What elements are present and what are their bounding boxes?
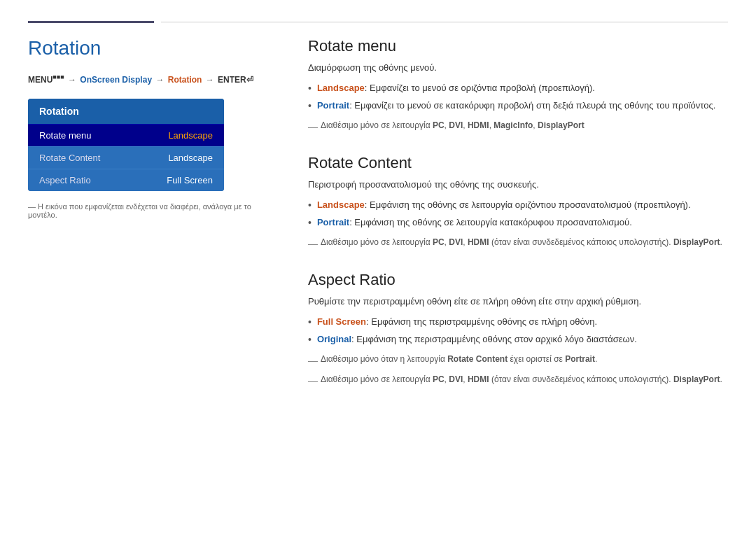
kw-dvi: DVI: [449, 237, 463, 247]
bullet-list-aspect-ratio: • Full Screen: Εμφάνιση της περιστραμμέν…: [308, 315, 728, 347]
section-desc-aspect-ratio: Ρυθμίστε την περιστραμμένη οθόνη είτε σε…: [308, 295, 728, 309]
bullet-text: Portrait: Εμφάνιση της οθόνης σε λειτουρ…: [317, 216, 632, 230]
kw-hdmi: HDMI: [468, 374, 489, 384]
kw-portrait: Portrait: [565, 354, 595, 364]
bullet-text: Original: Εμφάνιση της περιστραμμένης οθ…: [317, 332, 637, 346]
top-border-accent: [28, 21, 154, 23]
bullet-dot: •: [308, 99, 312, 113]
menu-label: MENU■■■: [28, 75, 64, 85]
note-content: Διαθέσιμο μόνο όταν η λειτουργία Rotate …: [321, 353, 597, 366]
page-content: Rotation MENU■■■ → OnScreen Display → Ro…: [0, 23, 756, 436]
kw-magicinfo: MagicInfo: [493, 120, 533, 130]
menu-row-value: Full Screen: [167, 175, 213, 185]
keyword-portrait: Portrait: [317, 217, 349, 227]
top-border: [28, 0, 728, 23]
kw-hdmi: HDMI: [468, 120, 489, 130]
kw-rotate-content: Rotate Content: [447, 354, 507, 364]
section-title-rotate-content: Rotate Content: [308, 154, 728, 172]
breadcrumb-enter: ENTER⏎: [218, 75, 253, 85]
section-rotate-content: Rotate Content Περιστροφή προσανατολισμο…: [308, 154, 728, 251]
note-line-aspect-2: ― Διαθέσιμο μόνο σε λειτουργία PC, DVI, …: [308, 373, 728, 388]
note-content: Διαθέσιμο μόνο σε λειτουργία PC, DVI, HD…: [321, 119, 584, 132]
note-line-rotate-content: ― Διαθέσιμο μόνο σε λειτουργία PC, DVI, …: [308, 236, 728, 251]
bullet-list-rotate-content: • Landscape: Εμφάνιση της οθόνης σε λειτ…: [308, 198, 728, 230]
note-line-rotate-menu: ― Διαθέσιμο μόνο σε λειτουργία PC, DVI, …: [308, 119, 728, 134]
kw-pc: PC: [433, 237, 444, 247]
left-note: ― Η εικόνα που εμφανίζεται ενδέχεται να …: [28, 202, 280, 219]
kw-displayport: DisplayPort: [538, 120, 584, 130]
menu-box-title: Rotation: [28, 99, 224, 124]
bullet-dot: •: [308, 81, 312, 96]
bullet-text: Full Screen: Εμφάνιση της περιστραμμένης…: [317, 315, 597, 329]
kw-hdmi: HDMI: [468, 237, 489, 247]
section-aspect-ratio: Aspect Ratio Ρυθμίστε την περιστραμμένη …: [308, 271, 728, 388]
section-title-aspect-ratio: Aspect Ratio: [308, 271, 728, 289]
kw-pc: PC: [433, 374, 444, 384]
list-item: • Portrait: Εμφάνιση της οθόνης σε λειτο…: [308, 216, 728, 230]
menu-row-rotate-content[interactable]: Rotate Content Landscape: [28, 146, 224, 169]
bullet-text: Landscape: Εμφάνιση της οθόνης σε λειτου…: [317, 198, 691, 212]
note-content: Διαθέσιμο μόνο σε λειτουργία PC, DVI, HD…: [321, 236, 722, 249]
keyword-landscape: Landscape: [317, 199, 365, 210]
keyword-fullscreen: Full Screen: [317, 316, 366, 327]
menu-row-label: Rotate menu: [39, 130, 91, 141]
section-rotate-menu: Rotate menu Διαμόρφωση της οθόνης μενού.…: [308, 37, 728, 134]
kw-displayport: DisplayPort: [673, 237, 720, 247]
right-column: Rotate menu Διαμόρφωση της οθόνης μενού.…: [308, 37, 728, 408]
section-desc-rotate-content: Περιστροφή προσανατολισμού της οθόνης τη…: [308, 178, 728, 192]
bullet-dot: •: [308, 216, 312, 230]
menu-row-label: Rotate Content: [39, 153, 100, 163]
note-line-aspect-1: ― Διαθέσιμο μόνο όταν η λειτουργία Rotat…: [308, 353, 728, 368]
menu-row-rotate-menu[interactable]: Rotate menu Landscape: [28, 124, 224, 146]
menu-row-value: Landscape: [168, 130, 213, 141]
left-column: Rotation MENU■■■ → OnScreen Display → Ro…: [28, 37, 280, 408]
section-title-rotate-menu: Rotate menu: [308, 37, 728, 55]
breadcrumb-link-onscreen: OnScreen Display: [80, 75, 152, 85]
bullet-text: Portrait: Εμφανίζει το μενού σε κατακόρυ…: [317, 99, 715, 113]
list-item: • Original: Εμφάνιση της περιστραμμένης …: [308, 332, 728, 347]
arrow-1: →: [68, 75, 78, 85]
list-item: • Full Screen: Εμφάνιση της περιστραμμέν…: [308, 315, 728, 330]
section-desc-rotate-menu: Διαμόρφωση της οθόνης μενού.: [308, 61, 728, 76]
keyword-landscape: Landscape: [317, 83, 365, 93]
note-content: Διαθέσιμο μόνο σε λειτουργία PC, DVI, HD…: [321, 373, 722, 386]
list-item: • Landscape: Εμφανίζει το μενού σε οριζό…: [308, 81, 728, 96]
note-dash: ―: [308, 353, 318, 368]
list-item: • Landscape: Εμφάνιση της οθόνης σε λειτ…: [308, 198, 728, 213]
menu-row-aspect-ratio[interactable]: Aspect Ratio Full Screen: [28, 169, 224, 191]
kw-pc: PC: [433, 120, 444, 130]
list-item: • Portrait: Εμφανίζει το μενού σε κατακό…: [308, 99, 728, 113]
menu-box: Rotation Rotate menu Landscape Rotate Co…: [28, 99, 224, 191]
arrow-2: →: [155, 75, 166, 85]
note-dash: ―: [308, 236, 318, 251]
page-title: Rotation: [28, 37, 280, 59]
menu-row-label: Aspect Ratio: [39, 175, 91, 185]
bullet-dot: •: [308, 315, 312, 330]
bullet-text: Landscape: Εμφανίζει το μενού σε οριζόντ…: [317, 81, 595, 95]
note-dash: ―: [308, 119, 318, 134]
arrow-3: →: [206, 75, 216, 85]
breadcrumb-active: Rotation: [168, 75, 202, 85]
breadcrumb: MENU■■■ → OnScreen Display → Rotation → …: [28, 73, 280, 85]
keyword-portrait: Portrait: [317, 100, 349, 111]
menu-row-value: Landscape: [168, 153, 213, 163]
kw-displayport: DisplayPort: [673, 374, 720, 384]
kw-dvi: DVI: [449, 120, 463, 130]
bullet-dot: •: [308, 198, 312, 213]
note-dash: ―: [308, 373, 318, 388]
bullet-dot: •: [308, 332, 312, 347]
bullet-list-rotate-menu: • Landscape: Εμφανίζει το μενού σε οριζό…: [308, 81, 728, 113]
kw-dvi: DVI: [449, 374, 463, 384]
keyword-original: Original: [317, 334, 351, 344]
top-border-line: [161, 22, 728, 22]
